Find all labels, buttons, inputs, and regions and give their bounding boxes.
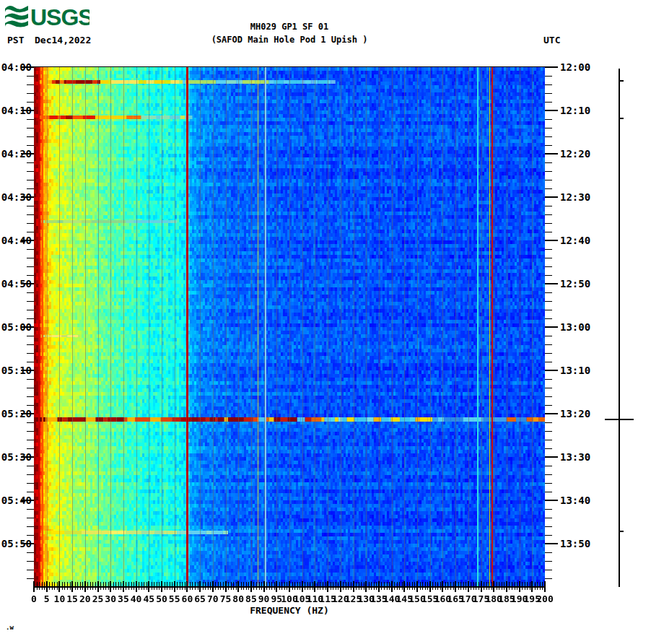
- freq-minor-tick: [540, 582, 541, 590]
- right-axis-minor-tick: [545, 518, 552, 518]
- freq-major-tick: [416, 581, 418, 592]
- left-axis-minor-tick: [27, 518, 34, 518]
- freq-minor-tick: [37, 582, 38, 590]
- freq-minor-tick: [39, 582, 40, 590]
- freq-minor-tick: [489, 582, 489, 590]
- freq-minor-tick: [261, 582, 262, 590]
- freq-major-tick: [46, 581, 48, 592]
- left-axis-minor-tick: [27, 76, 34, 77]
- freq-minor-tick: [387, 582, 388, 590]
- left-axis-minor-tick: [27, 249, 34, 250]
- left-axis-minor-tick: [27, 535, 34, 536]
- right-axis-minor-tick: [545, 509, 552, 510]
- freq-major-tick: [455, 581, 456, 592]
- left-axis-label: 05:40: [0, 495, 32, 505]
- left-axis-minor-tick: [27, 570, 34, 570]
- left-axis-minor-tick: [27, 483, 34, 484]
- freq-minor-tick: [141, 582, 142, 590]
- freq-minor-tick: [450, 582, 451, 590]
- freq-minor-tick: [284, 582, 285, 590]
- freq-minor-tick: [279, 582, 280, 590]
- left-axis-minor-tick: [27, 214, 34, 215]
- freq-minor-tick: [486, 582, 487, 590]
- freq-minor-tick: [185, 582, 185, 590]
- right-axis-major-tick: [545, 240, 558, 241]
- freq-minor-tick: [447, 582, 448, 590]
- freq-minor-tick: [460, 582, 461, 590]
- freq-minor-tick: [300, 582, 300, 590]
- right-axis-label: 12:00: [560, 62, 592, 72]
- freq-minor-tick: [228, 582, 229, 590]
- freq-minor-tick: [134, 582, 134, 590]
- freq-major-tick: [199, 581, 201, 592]
- freq-major-tick: [33, 581, 35, 592]
- freq-minor-tick: [432, 582, 433, 590]
- freq-minor-tick: [208, 582, 209, 590]
- left-axis-label: 04:40: [0, 235, 32, 245]
- freq-minor-tick: [458, 582, 459, 590]
- freq-minor-tick: [384, 582, 385, 590]
- freq-minor-tick: [180, 582, 180, 590]
- freq-minor-tick: [259, 582, 260, 590]
- usgs-spectrogram-page: USGS MH029 GP1 SF 01 (SAFOD Main Hole Po…: [0, 0, 651, 644]
- freq-minor-tick: [463, 582, 464, 590]
- right-axis-label: 13:20: [560, 409, 592, 419]
- freq-minor-tick: [425, 582, 426, 590]
- right-axis-label: 13:50: [560, 539, 592, 549]
- left-axis-minor-tick: [27, 206, 34, 206]
- left-axis-minor-tick: [27, 318, 34, 319]
- right-axis-label: 12:20: [560, 149, 592, 159]
- right-axis-minor-tick: [545, 440, 552, 440]
- left-axis-minor-tick: [27, 396, 34, 397]
- left-axis-minor-tick: [27, 552, 34, 553]
- right-axis-major-tick: [545, 413, 558, 414]
- freq-minor-tick: [509, 582, 510, 590]
- freq-minor-tick: [139, 582, 139, 590]
- right-axis-minor-tick: [545, 422, 552, 423]
- right-axis-label: 13:00: [560, 322, 592, 332]
- right-axis-label: 13:40: [560, 495, 592, 505]
- right-axis-label: 12:50: [560, 279, 592, 289]
- freq-minor-tick: [343, 582, 344, 590]
- right-axis-minor-tick: [545, 353, 552, 354]
- freq-minor-tick: [305, 582, 305, 590]
- freq-minor-tick: [236, 582, 237, 590]
- freq-minor-tick: [165, 582, 165, 590]
- left-axis-minor-tick: [27, 275, 34, 276]
- right-axis-minor-tick: [545, 275, 552, 276]
- right-axis-minor-tick: [545, 310, 552, 310]
- right-axis-label: 13:30: [560, 452, 592, 462]
- freq-minor-tick: [292, 582, 293, 590]
- left-axis-label: 04:20: [0, 149, 32, 159]
- left-axis-minor-tick: [27, 431, 34, 432]
- left-axis-minor-tick: [27, 93, 34, 94]
- freq-minor-tick: [435, 582, 436, 590]
- freq-minor-tick: [121, 582, 121, 590]
- freq-minor-tick: [154, 582, 154, 590]
- left-axis-minor-tick: [27, 180, 34, 180]
- right-axis-minor-tick: [545, 301, 552, 302]
- right-axis-major-tick: [545, 500, 558, 501]
- right-axis-minor-tick: [545, 396, 552, 397]
- left-axis-minor-tick: [27, 162, 34, 163]
- right-axis-minor-tick: [545, 535, 552, 536]
- freq-minor-tick: [535, 582, 536, 590]
- freq-minor-tick: [70, 582, 71, 590]
- right-axis-minor-tick: [545, 526, 552, 527]
- left-axis-label: 05:10: [0, 365, 32, 375]
- right-axis-label: 12:10: [560, 105, 592, 116]
- usgs-wave-icon: [5, 6, 28, 27]
- freq-minor-tick: [326, 582, 326, 590]
- right-axis-minor-tick: [545, 232, 552, 232]
- freq-major-tick: [148, 581, 149, 592]
- freq-major-tick: [212, 581, 214, 592]
- freq-minor-tick: [504, 582, 504, 590]
- right-axis-minor-tick: [545, 258, 552, 258]
- right-axis-minor-tick: [545, 266, 552, 267]
- freq-major-tick: [468, 581, 469, 592]
- freq-minor-tick: [499, 582, 499, 590]
- right-axis-label: 13:10: [560, 365, 592, 375]
- freq-major-tick: [289, 581, 290, 592]
- left-timezone-label: PST: [7, 35, 24, 45]
- freq-minor-tick: [427, 582, 428, 590]
